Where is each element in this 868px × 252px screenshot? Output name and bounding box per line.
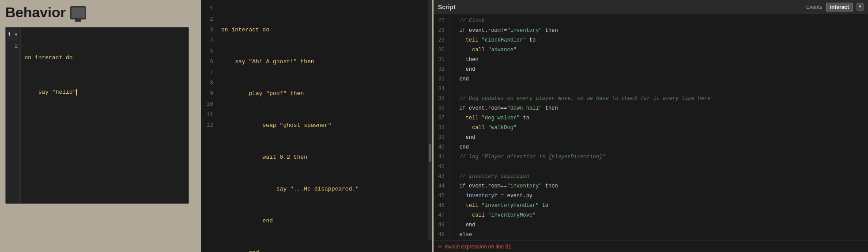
mid-line-3: play "poof" then — [221, 88, 428, 99]
code-line-1: on interact do — [24, 52, 185, 64]
code-line-2: say "hello" — [24, 87, 185, 98]
dropdown-arrow-icon[interactable]: ▼ — [857, 3, 864, 11]
mid-line-8: end — [221, 248, 428, 252]
mid-line-7: end — [221, 216, 428, 226]
events-label: Events — [806, 4, 823, 10]
script-title: Script — [438, 4, 456, 11]
right-panel: Script Events interact ▼ 2728293031 3233… — [434, 0, 868, 252]
ln-12: 12 — [204, 120, 213, 131]
ln-9: 9 — [204, 88, 213, 99]
monitor-icon — [70, 6, 86, 19]
small-editor-line-numbers: 1 ▾ 2 — [6, 27, 21, 203]
left-panel: Behavior 1 ▾ 2 on interact do say "hello… — [0, 0, 196, 252]
behavior-header: Behavior — [5, 4, 191, 21]
error-text: Invalid expression on line 31 — [444, 244, 511, 250]
header-controls: Events interact ▼ — [806, 3, 864, 11]
line-num-2: 2 — [15, 43, 18, 50]
mid-line-1: on interact do — [221, 25, 428, 35]
right-code-content[interactable]: // Clock if event.room!="inventory" then… — [449, 14, 868, 241]
right-line-numbers: 2728293031 3233343536 3738394041 4243444… — [434, 14, 449, 241]
line-num-1: 1 ▾ — [8, 29, 18, 41]
middle-code-area[interactable]: on interact do say "Ah! A ghost!" then p… — [218, 0, 432, 252]
ln-3: 3 — [204, 25, 213, 35]
mid-line-2: say "Ah! A ghost!" then — [221, 57, 428, 67]
error-bar: ⊗ Invalid expression on line 31 — [434, 241, 868, 252]
text-cursor — [76, 89, 77, 95]
right-code-area[interactable]: 2728293031 3233343536 3738394041 4243444… — [434, 14, 868, 241]
middle-line-numbers: 1 2 3 4 5 6 7 8 9 10 11 12 — [201, 0, 218, 252]
ln-4: 4 — [204, 35, 213, 46]
scrollbar-thumb[interactable] — [429, 144, 431, 162]
mid-line-5: wait 0.2 then — [221, 152, 428, 163]
ln-5: 5 — [204, 46, 213, 57]
middle-panel[interactable]: 1 2 3 4 5 6 7 8 9 10 11 12 on interact d… — [201, 0, 432, 252]
behavior-title: Behavior — [5, 4, 66, 21]
error-icon: ⊗ — [438, 243, 442, 250]
small-editor-code[interactable]: on interact do say "hello" — [21, 27, 189, 203]
middle-editor[interactable]: 1 2 3 4 5 6 7 8 9 10 11 12 on interact d… — [201, 0, 432, 252]
ln-11: 11 — [204, 110, 213, 120]
ln-1: 1 — [204, 4, 213, 14]
interact-badge[interactable]: interact — [826, 3, 853, 11]
ln-6: 6 — [204, 57, 213, 67]
scrollbar-track[interactable] — [428, 0, 432, 241]
mid-line-4: swap "ghost spawner" — [221, 120, 428, 131]
ln-7: 7 — [204, 67, 213, 78]
ln-10: 10 — [204, 99, 213, 110]
ln-8: 8 — [204, 78, 213, 88]
mid-line-6: say "...He disappeared." — [221, 184, 428, 195]
small-editor[interactable]: 1 ▾ 2 on interact do say "hello" — [5, 27, 189, 204]
ln-2: 2 — [204, 14, 213, 25]
right-header: Script Events interact ▼ — [434, 0, 868, 14]
